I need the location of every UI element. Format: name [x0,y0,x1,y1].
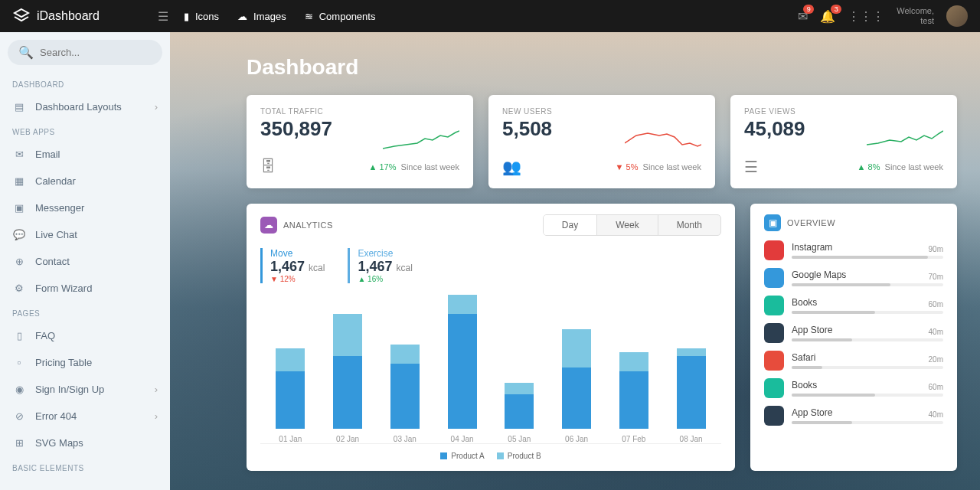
overview-item[interactable]: Google Maps70m [764,268,943,288]
app-name: Google Maps [792,270,943,280]
stat-icon: 👥 [502,158,521,176]
metric-move: Move 1,467 kcal ▼ 12% [260,248,325,283]
app-time: 20m [929,355,943,364]
bar-product-a [677,356,706,429]
chat-icon: 💬 [12,229,26,240]
bar-label: 07 Feb [622,435,645,443]
sidebar-item-messenger[interactable]: ▣Messenger [0,194,170,221]
app-icon [764,268,784,288]
nav-icons[interactable]: ▮Icons [184,11,219,22]
logo-icon [12,7,31,25]
overview-item[interactable]: App Store40m [764,323,943,343]
bar-group: 06 Jan [557,329,596,443]
stat-change: ▲ 8% Since last week [858,162,943,172]
bell-button[interactable]: 🔔3 [820,9,835,24]
move-change: ▼ 12% [270,275,325,283]
period-tabs: Day Week Month [543,214,721,236]
mail-badge: 9 [803,5,814,14]
sidebar-item-formwizard[interactable]: ⚙Form Wizard [0,275,170,302]
bar-group: 07 Feb [615,352,654,443]
tab-day[interactable]: Day [544,215,596,235]
app-name: App Store [792,325,943,335]
search-input[interactable] [40,47,168,58]
app-time: 90m [929,245,943,253]
app-name: Books [792,380,943,390]
sidebar-item-error404[interactable]: ⊘Error 404› [0,403,170,430]
app-name: Books [792,297,943,308]
tab-month[interactable]: Month [658,215,720,235]
logo[interactable]: iDashboard [12,7,158,25]
overview-item[interactable]: Books60m [764,296,943,315]
stat-icon: ☰ [744,158,758,176]
sidebar: 🔍 🎤 DASHBOARD ▤Dashboard Layouts› WEB AP… [0,32,170,490]
bar-group: 02 Jan [328,314,368,443]
inbox-icon: ▣ [12,202,26,214]
overview-panel: ▣ OVERVIEW Instagram90mGoogle Maps70mBoo… [750,204,957,471]
brand-text: iDashboard [37,9,100,23]
overview-list: Instagram90mGoogle Maps70mBooks60mApp St… [764,240,943,426]
overview-item[interactable]: Safari20m [764,351,943,371]
tab-week[interactable]: Week [596,215,657,235]
nav-components[interactable]: ≋Components [305,11,376,22]
bar-product-b [390,345,420,364]
nav-images[interactable]: ☁Images [237,11,286,22]
bar-product-b [505,383,534,394]
stat-label: PAGE VIEWS [744,107,943,116]
bar-label: 06 Jan [565,435,588,443]
bar-group: 01 Jan [271,348,310,443]
search-icon: 🔍 [18,45,34,60]
bar-label: 03 Jan [394,435,416,443]
bar-product-a [505,394,534,429]
stats-row: TOTAL TRAFFIC350,897🗄▲ 17% Since last we… [247,95,957,188]
bar-product-b [619,352,648,371]
sidebar-item-livechat[interactable]: 💬Live Chat [0,221,170,248]
bar-product-b [276,348,305,371]
app-name: Safari [792,352,943,363]
search-box[interactable]: 🔍 🎤 [8,40,162,65]
bar-label: 01 Jan [279,435,302,443]
app-icon [764,378,784,398]
app-icon [764,406,784,426]
stat-change: ▲ 17% Since last week [368,162,459,172]
metric-exercise: Exercise 1,467 kcal ▲ 16% [348,248,412,283]
app-time: 70m [929,273,943,281]
sidebar-item-pricing[interactable]: ▫Pricing Table [0,349,170,376]
topbar-right: ✉9 🔔3 ⋮⋮⋮ Welcome,test [798,5,968,27]
bar-label: 08 Jan [680,435,703,443]
stat-label: NEW USERS [502,107,701,116]
app-icon [764,351,784,371]
alert-icon: ⊘ [12,410,26,422]
overview-item[interactable]: App Store40m [764,406,943,426]
stat-label: TOTAL TRAFFIC [260,107,459,116]
sidebar-item-faq[interactable]: ▯FAQ [0,322,170,349]
map-icon: ⊞ [12,437,26,449]
sidebar-item-svgmaps[interactable]: ⊞SVG Maps [0,430,170,456]
bar-group: 05 Jan [500,383,539,443]
sidebar-item-contact[interactable]: ⊕Contact [0,248,170,275]
bar-product-b [448,295,477,314]
apps-grid-icon[interactable]: ⋮⋮⋮ [848,9,884,24]
overview-item[interactable]: Books60m [764,378,943,398]
menu-toggle-icon[interactable]: ☰ [158,9,168,24]
mail-button[interactable]: ✉9 [798,9,808,24]
sidebar-item-signin[interactable]: ◉Sign In/Sign Up› [0,376,170,403]
bell-badge: 3 [831,5,841,14]
sidebar-item-dashboard-layouts[interactable]: ▤Dashboard Layouts› [0,93,170,120]
bar-product-b [562,329,591,368]
analytics-icon: ☁ [260,217,277,234]
chevron-right-icon: › [155,101,158,113]
mail-icon: ✉ [12,149,26,160]
sidebar-item-calendar[interactable]: ▦Calendar [0,168,170,194]
bar-product-a [276,371,305,429]
chart-legend: Product A Product B [260,452,721,460]
sidebar-item-email[interactable]: ✉Email [0,141,170,168]
overview-item[interactable]: Instagram90m [764,240,943,260]
avatar[interactable] [946,5,968,27]
exercise-change: ▲ 16% [358,275,412,283]
bar-product-a [562,368,591,429]
app-time: 60m [929,300,943,309]
bar-product-b [677,348,706,356]
welcome-text: Welcome,test [897,6,934,26]
overview-title: OVERVIEW [787,218,943,227]
stat-icon: 🗄 [260,158,276,175]
